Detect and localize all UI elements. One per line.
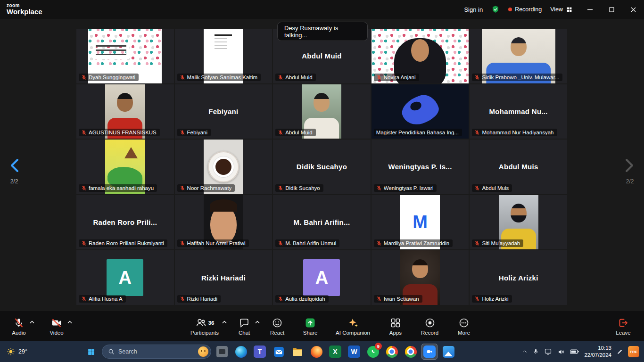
participant-tile[interactable]: Sidik Prabowo _Univ. Mulawar... bbox=[470, 29, 567, 83]
volume-button[interactable] bbox=[557, 348, 565, 355]
previous-page-button[interactable] bbox=[9, 158, 19, 174]
participant-tile[interactable]: famala eka sanhadi rahayu bbox=[76, 140, 174, 194]
taskbar-excel[interactable]: X bbox=[327, 344, 343, 360]
taskbar-firefox[interactable] bbox=[308, 344, 324, 360]
video-button[interactable]: Video bbox=[46, 311, 67, 341]
view-button[interactable]: View bbox=[550, 6, 572, 13]
participant-tile[interactable]: Didik SucahyoDidik Sucahyo bbox=[273, 140, 371, 194]
apps-label: Apps bbox=[389, 330, 402, 336]
muted-mic-icon bbox=[376, 185, 382, 191]
participant-tile[interactable]: Malik Sofyan-Sanimas Kaltim bbox=[175, 29, 272, 83]
participant-name: Holiz Arizki bbox=[482, 296, 508, 302]
start-button[interactable] bbox=[83, 344, 99, 360]
react-button[interactable]: React bbox=[267, 311, 288, 341]
taskbar-word[interactable]: W bbox=[346, 344, 362, 360]
video-label: Video bbox=[50, 330, 63, 336]
more-dots-icon bbox=[458, 317, 470, 329]
shield-check-icon[interactable] bbox=[491, 5, 500, 14]
taskbar-clock[interactable]: 10:13 22/07/2024 bbox=[584, 345, 611, 359]
participant-tile[interactable]: MMardliya Pratiwi Zamruddin bbox=[372, 195, 469, 250]
muted-mic-icon bbox=[180, 296, 185, 302]
chat-caret[interactable] bbox=[255, 317, 260, 326]
participant-tile[interactable]: AAulia dzulqoidah bbox=[273, 250, 371, 305]
participant-tile[interactable]: Raden Roro Prili...Raden Roro Priliani R… bbox=[76, 195, 174, 250]
apps-button[interactable]: Apps bbox=[385, 311, 406, 341]
participant-tile[interactable]: Dyah Sunggingwati bbox=[76, 29, 174, 83]
participant-label: Abdul Muid bbox=[275, 129, 316, 136]
taskbar-mail[interactable] bbox=[271, 344, 287, 360]
participant-tile[interactable]: Abdul MuisAbdul Muis bbox=[470, 140, 567, 194]
cast-button[interactable] bbox=[544, 348, 552, 355]
muted-mic-icon bbox=[278, 296, 283, 302]
ai-companion-label: AI Companion bbox=[336, 330, 370, 336]
sign-in-button[interactable]: Sign in bbox=[464, 6, 483, 13]
participant-label: Alifia Husna A bbox=[79, 295, 126, 303]
meeting-stage: Dyah SunggingwatiMalik Sofyan-Sanimas Ka… bbox=[0, 19, 644, 311]
leave-button[interactable]: Leave bbox=[613, 311, 634, 341]
participant-name: Hafifah Nur Azmi Pratiwi bbox=[187, 240, 246, 246]
participant-tile[interactable]: AAlifia Husna A bbox=[76, 250, 174, 305]
taskbar-search[interactable]: Search bbox=[102, 345, 211, 359]
participant-tile[interactable]: Mohammad Nu...Mohammad Nur Hadiyansyah bbox=[470, 84, 567, 139]
windows-start-icon bbox=[87, 348, 95, 356]
participant-tile[interactable]: Iwan Setiawan bbox=[372, 250, 469, 305]
record-button[interactable]: Record bbox=[418, 311, 441, 341]
participant-tile[interactable]: Noor Rachmawaty bbox=[175, 140, 272, 194]
taskbar-whatsapp[interactable]: 9 bbox=[365, 344, 381, 360]
participant-tile[interactable]: Hafifah Nur Azmi Pratiwi bbox=[175, 195, 272, 250]
participant-label: Abdul Muis bbox=[472, 184, 512, 192]
taskbar-app-window[interactable] bbox=[214, 344, 230, 360]
taskbar-chrome-2[interactable] bbox=[403, 344, 419, 360]
hidden-icons-button[interactable] bbox=[522, 349, 528, 354]
chat-button[interactable]: Chat bbox=[234, 311, 255, 341]
participant-name: Magister Pendidikan Bahasa Ing... bbox=[376, 130, 459, 135]
audio-caret[interactable] bbox=[30, 317, 34, 326]
page-indicator-right: 2/2 bbox=[619, 178, 640, 185]
participant-tile[interactable]: Holiz ArizkiHoliz Arizki bbox=[470, 250, 567, 305]
participant-tile[interactable]: M. Bahri Arifin...M. Bahri Arifin Unmul bbox=[273, 195, 371, 250]
audio-label: Audio bbox=[12, 330, 25, 336]
participant-name: Rizki Hariadi bbox=[187, 296, 218, 302]
participant-name: Raden Roro Priliani Rukmiyanti bbox=[89, 240, 164, 246]
participant-name: Didik Sucahyo bbox=[285, 185, 320, 191]
participants-caret[interactable] bbox=[222, 317, 227, 326]
taskbar-photos[interactable] bbox=[440, 344, 456, 360]
participant-label: Holiz Arizki bbox=[472, 295, 512, 303]
next-page-button[interactable] bbox=[625, 158, 635, 174]
more-button[interactable]: More bbox=[454, 311, 474, 341]
audio-button[interactable]: Audio bbox=[8, 311, 29, 341]
taskbar-teams[interactable]: T bbox=[252, 344, 268, 360]
participants-button[interactable]: 36 Participants bbox=[188, 311, 222, 341]
participant-tile[interactable]: Abdul Muid bbox=[273, 84, 371, 139]
tray-mic-button[interactable] bbox=[533, 348, 539, 355]
ai-companion-button[interactable]: AI Companion bbox=[333, 311, 373, 341]
fdm-icon[interactable]: FRE bbox=[628, 346, 639, 357]
taskbar-edge[interactable] bbox=[233, 344, 249, 360]
pen-button[interactable] bbox=[617, 349, 623, 355]
battery-button[interactable] bbox=[570, 349, 579, 354]
taskbar-zoom[interactable] bbox=[421, 344, 438, 360]
close-button[interactable] bbox=[622, 0, 644, 19]
participants-label: Participants bbox=[190, 330, 219, 336]
whatsapp-badge: 9 bbox=[375, 343, 382, 350]
record-icon bbox=[424, 317, 436, 329]
participant-tile[interactable]: FebiyaniFebiyani bbox=[175, 84, 272, 139]
muted-mic-icon bbox=[81, 240, 87, 246]
participant-tile[interactable]: Siti Mu'ayyadah bbox=[470, 195, 567, 250]
minimize-button[interactable] bbox=[579, 0, 601, 19]
weather-widget[interactable]: 29° bbox=[2, 341, 32, 362]
participant-tile[interactable]: Weningtyas P. Is...Weningtyas P. Iswari bbox=[372, 140, 469, 194]
participant-name: Aulia dzulqoidah bbox=[285, 296, 325, 302]
maximize-button[interactable] bbox=[601, 0, 622, 19]
participant-name: Mardliya Pratiwi Zamruddin bbox=[384, 240, 449, 246]
participant-tile[interactable]: Novira Anjani bbox=[372, 29, 469, 83]
muted-mic-icon bbox=[376, 296, 382, 302]
participant-tile[interactable]: Magister Pendidikan Bahasa Ing... bbox=[372, 84, 469, 139]
participant-tile[interactable]: AGUSTINUS FRANSISKUS bbox=[76, 84, 174, 139]
share-button[interactable]: Share bbox=[300, 311, 321, 341]
participant-tile[interactable]: Rizki HariadiRizki Hariadi bbox=[175, 250, 272, 305]
taskbar-file-explorer[interactable] bbox=[289, 344, 305, 360]
taskbar-chrome-1[interactable] bbox=[384, 344, 400, 360]
avatar-initial: A bbox=[107, 259, 143, 296]
video-caret[interactable] bbox=[67, 317, 72, 326]
